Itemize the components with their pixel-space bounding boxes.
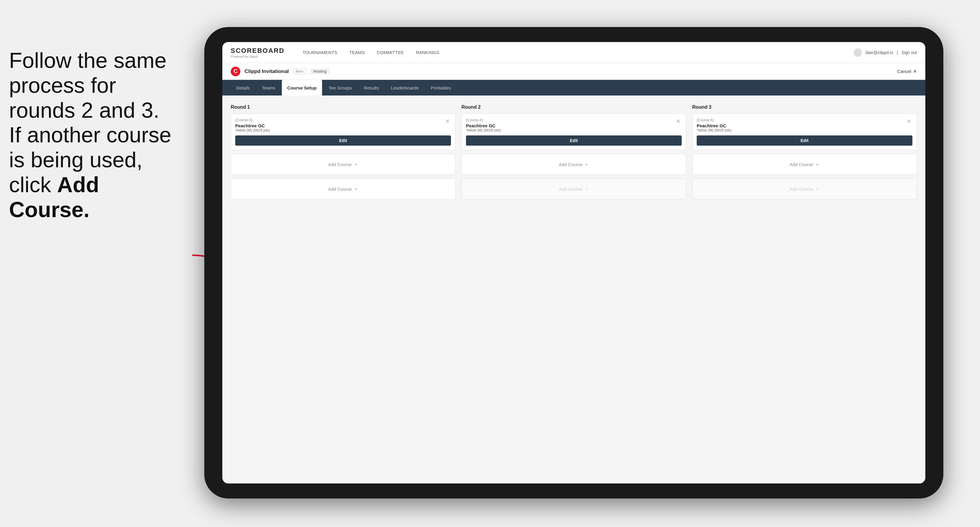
round-2-course-tee: Yellow (M) (6629 yds) — [466, 128, 675, 132]
instruction-text: Follow the same process for rounds 2 and… — [0, 48, 186, 222]
round-2-title: Round 2 — [461, 105, 686, 110]
nav-committee[interactable]: COMMITTEE — [371, 42, 410, 63]
add-icon-r2: ＋ — [584, 162, 589, 167]
add-icon-r3: ＋ — [815, 162, 819, 167]
round-2-add-course-1-text: Add Course ＋ — [559, 162, 589, 167]
round-2-add-course-2-text: Add Course ＋ — [559, 186, 589, 192]
round-1-add-course-2[interactable]: Add Course ＋ — [231, 178, 455, 199]
top-nav: SCOREBOARD Powered by clippd TOURNAMENTS… — [222, 42, 925, 63]
round-1-add-course-1[interactable]: Add Course ＋ — [231, 154, 455, 175]
user-email: blair@clippd.io — [865, 50, 893, 55]
round-2-add-course-2: Add Course ＋ — [461, 178, 686, 199]
tab-leaderboards[interactable]: Leaderboards — [385, 80, 424, 95]
logo-sub: Powered by clippd — [231, 55, 285, 58]
round-1-title: Round 1 — [231, 105, 455, 110]
scoreboard-logo: SCOREBOARD Powered by clippd — [231, 47, 285, 58]
sub-header: C Clippd Invitational Men Hosting Cancel… — [222, 63, 925, 80]
round-1-add-course-2-text: Add Course ＋ — [328, 186, 358, 192]
round-1-edit-button[interactable]: Edit — [235, 135, 451, 146]
round-1-remove-button[interactable]: ✕ — [444, 118, 451, 125]
separator: | — [897, 50, 898, 55]
round-3-add-course-1-text: Add Course ＋ — [789, 162, 819, 167]
round-3-course-info: (Course A) Peachtree GC Yellow (M) (6629… — [697, 118, 905, 135]
round-1-course-info: (Course A) Peachtree GC Yellow (M) (6629… — [235, 118, 444, 135]
user-avatar — [854, 48, 862, 57]
main-content: Round 1 (Course A) Peachtree GC Yellow (… — [222, 95, 925, 483]
round-3-add-course-1[interactable]: Add Course ＋ — [692, 154, 917, 175]
round-2-course-info: (Course A) Peachtree GC Yellow (M) (6629… — [466, 118, 675, 135]
nav-teams[interactable]: TEAMS — [343, 42, 371, 63]
round-1-course-header: (Course A) Peachtree GC Yellow (M) (6629… — [235, 118, 451, 135]
round-1-column: Round 1 (Course A) Peachtree GC Yellow (… — [231, 105, 455, 203]
tab-course-setup[interactable]: Course Setup — [282, 80, 322, 95]
round-2-remove-button[interactable]: ✕ — [675, 118, 682, 125]
round-1-course-card: (Course A) Peachtree GC Yellow (M) (6629… — [231, 114, 455, 150]
tab-tee-groups[interactable]: Tee Groups — [323, 80, 358, 95]
round-1-course-name: Peachtree GC — [235, 123, 444, 128]
round-3-add-course-2-text: Add Course ＋ — [789, 186, 819, 192]
nav-tournaments[interactable]: TOURNAMENTS — [296, 42, 344, 63]
add-icon-2: ＋ — [353, 186, 358, 192]
round-3-edit-button[interactable]: Edit — [697, 135, 912, 146]
clippd-icon: C — [231, 67, 240, 76]
round-2-edit-button[interactable]: Edit — [466, 135, 682, 146]
round-2-course-card: (Course A) Peachtree GC Yellow (M) (6629… — [461, 114, 686, 150]
rounds-grid: Round 1 (Course A) Peachtree GC Yellow (… — [231, 105, 917, 203]
sign-out-link[interactable]: Sign out — [902, 50, 917, 55]
men-badge: Men — [293, 68, 306, 74]
top-nav-links: TOURNAMENTS TEAMS COMMITTEE RANKINGS — [296, 42, 854, 63]
round-1-course-label: (Course A) — [235, 118, 444, 122]
tab-teams[interactable]: Teams — [256, 80, 281, 95]
tabs-bar: Details Teams Course Setup Tee Groups Re… — [222, 80, 925, 95]
round-2-add-course-1[interactable]: Add Course ＋ — [461, 154, 686, 175]
round-2-course-name: Peachtree GC — [466, 123, 675, 128]
round-3-add-course-2: Add Course ＋ — [692, 178, 917, 199]
nav-rankings[interactable]: RANKINGS — [410, 42, 445, 63]
add-icon: ＋ — [353, 162, 358, 167]
tab-details[interactable]: Details — [231, 80, 255, 95]
round-1-add-course-1-text: Add Course ＋ — [328, 162, 358, 167]
tournament-name: Clippd Invitational — [245, 68, 289, 75]
top-nav-right: blair@clippd.io | Sign out — [854, 48, 917, 57]
round-2-column: Round 2 (Course A) Peachtree GC Yellow (… — [461, 105, 686, 203]
cancel-button[interactable]: Cancel ✕ — [897, 69, 917, 74]
add-icon-r3-2: ＋ — [815, 186, 819, 192]
tablet-frame: SCOREBOARD Powered by clippd TOURNAMENTS… — [204, 27, 943, 498]
round-3-column: Round 3 (Course A) Peachtree GC Yellow (… — [692, 105, 917, 203]
cancel-icon: ✕ — [913, 69, 917, 74]
tab-printables[interactable]: Printables — [425, 80, 457, 95]
round-3-course-tee: Yellow (M) (6629 yds) — [697, 128, 905, 132]
hosting-badge: Hosting — [310, 68, 329, 74]
round-3-remove-button[interactable]: ✕ — [905, 118, 912, 125]
round-3-course-card: (Course A) Peachtree GC Yellow (M) (6629… — [692, 114, 917, 150]
logo-main: SCOREBOARD — [231, 47, 285, 55]
round-2-course-label: (Course A) — [466, 118, 675, 122]
round-2-course-header: (Course A) Peachtree GC Yellow (M) (6629… — [466, 118, 682, 135]
round-1-course-tee: Yellow (M) (6629 yds) — [235, 128, 444, 132]
round-3-course-label: (Course A) — [697, 118, 905, 122]
add-icon-r2-2: ＋ — [584, 186, 589, 192]
tablet-screen: SCOREBOARD Powered by clippd TOURNAMENTS… — [222, 42, 925, 483]
round-3-course-name: Peachtree GC — [697, 123, 905, 128]
round-3-title: Round 3 — [692, 105, 917, 110]
sub-header-left: C Clippd Invitational Men Hosting — [231, 67, 897, 76]
tab-results[interactable]: Results — [358, 80, 384, 95]
round-3-course-header: (Course A) Peachtree GC Yellow (M) (6629… — [697, 118, 912, 135]
